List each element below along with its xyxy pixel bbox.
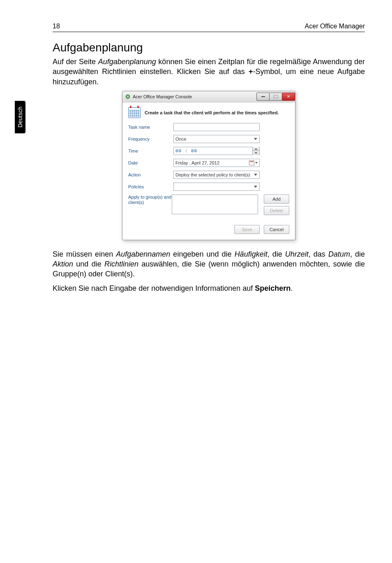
input-date[interactable]: Friday , April 27, 2012 xyxy=(173,159,260,167)
chevron-down-icon xyxy=(255,162,258,164)
select-action[interactable]: Deploy the selected policy to client(s) xyxy=(173,171,260,179)
dialog-screenshot: Acer Office Manager Console ✕ Create a t… xyxy=(53,91,365,240)
app-icon xyxy=(125,94,131,100)
row-action: Action Deploy the selected policy to cli… xyxy=(128,171,289,179)
row-task-name: Task name xyxy=(128,123,289,131)
product-name: Acer Office Manager xyxy=(305,23,365,30)
input-task-name[interactable] xyxy=(173,123,260,131)
paragraph-2: Sie müssen einen Aufgabennamen eingeben … xyxy=(53,249,365,279)
label-frequency: Frequency xyxy=(128,137,173,141)
date-value: Friday , April 27, 2012 xyxy=(175,160,219,165)
calendar-icon xyxy=(128,107,141,118)
label-action: Action xyxy=(128,172,173,177)
row-date: Date Friday , April 27, 2012 xyxy=(128,159,289,167)
svg-rect-1 xyxy=(127,95,129,97)
row-time: Time 00 : 00 xyxy=(128,147,289,155)
time-value: 00 : 00 xyxy=(175,148,197,153)
row-apply-to: Apply to group(s) and client(s) Add Dele… xyxy=(128,195,289,215)
label-time: Time xyxy=(128,148,173,153)
intro-paragraph: Auf der Seite Aufgabenplanung können Sie… xyxy=(53,57,365,87)
page-content: 18 Acer Office Manager Aufgabenplanung A… xyxy=(53,0,365,293)
select-frequency[interactable]: Once xyxy=(173,135,260,143)
window-title: Acer Office Manager Console xyxy=(133,94,257,99)
title-bar: Acer Office Manager Console ✕ xyxy=(122,91,295,102)
apply-to-list[interactable] xyxy=(172,195,258,214)
dialog-body: Create a task that the client will perfo… xyxy=(122,102,295,240)
save-button[interactable]: Save xyxy=(234,225,260,234)
page-number: 18 xyxy=(53,23,60,30)
label-date: Date xyxy=(128,160,173,165)
close-button[interactable]: ✕ xyxy=(282,93,295,101)
header-rule xyxy=(53,32,365,32)
spinner-down-icon[interactable] xyxy=(253,151,259,155)
select-policies[interactable] xyxy=(173,183,260,191)
calendar-mini-icon xyxy=(249,160,254,165)
maximize-button[interactable] xyxy=(269,93,282,101)
label-task-name: Task name xyxy=(128,125,173,130)
time-spinner[interactable] xyxy=(252,147,259,155)
dialog-window: Acer Office Manager Console ✕ Create a t… xyxy=(122,91,295,240)
label-policies: Policies xyxy=(128,184,173,189)
date-picker-button[interactable] xyxy=(249,160,258,165)
dialog-footer: Save Cancel xyxy=(128,225,289,234)
input-time[interactable]: 00 : 00 xyxy=(173,147,260,155)
language-side-tab: Deutsch xyxy=(15,101,25,133)
section-title: Aufgabenplanung xyxy=(53,41,365,54)
delete-button[interactable]: Delete xyxy=(264,206,289,215)
window-buttons: ✕ xyxy=(257,93,295,101)
apply-side-buttons: Add Delete xyxy=(264,195,289,215)
page-header: 18 Acer Office Manager xyxy=(53,23,365,30)
add-button[interactable]: Add xyxy=(264,195,289,204)
row-frequency: Frequency Once xyxy=(128,135,289,143)
label-apply-to: Apply to group(s) and client(s) xyxy=(128,195,172,205)
spinner-up-icon[interactable] xyxy=(253,147,259,151)
dialog-header: Create a task that the client will perfo… xyxy=(128,107,289,118)
cancel-button[interactable]: Cancel xyxy=(264,225,289,234)
minimize-button[interactable] xyxy=(256,93,270,101)
paragraph-3: Klicken Sie nach Eingabe der notwendigen… xyxy=(53,283,365,293)
row-policies: Policies xyxy=(128,183,289,191)
dialog-header-text: Create a task that the client will perfo… xyxy=(145,110,279,115)
